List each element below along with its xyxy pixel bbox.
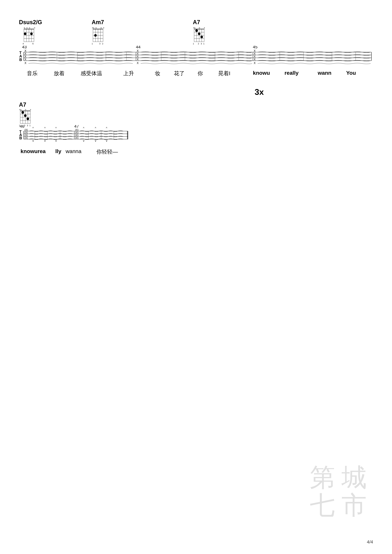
- svg-point-49: [195, 29, 198, 32]
- lyric-fangzhe: 放着: [54, 70, 64, 77]
- svg-text:47: 47: [74, 125, 79, 129]
- chord-name-a7-s1: A7: [193, 19, 200, 26]
- svg-text:X: X: [24, 52, 26, 55]
- svg-text:X: X: [24, 58, 26, 61]
- svg-text:44: 44: [136, 46, 140, 49]
- svg-text:o: o: [26, 27, 28, 29]
- svg-text:45: 45: [253, 46, 258, 49]
- svg-text:43: 43: [22, 46, 27, 49]
- svg-point-15: [30, 33, 33, 35]
- lyric-huale: 花了: [174, 70, 185, 77]
- svg-text:X: X: [137, 49, 139, 52]
- lyric-shangsheng: 上升: [123, 70, 134, 77]
- svg-text:1: 1: [193, 42, 194, 45]
- svg-text:X: X: [24, 55, 26, 58]
- chord-grid-dsus2g: o o o o 4: [23, 26, 38, 45]
- svg-text:X: X: [137, 58, 139, 61]
- svg-text:(X): (X): [75, 131, 78, 134]
- svg-text:(X): (X): [75, 137, 78, 139]
- lyric-huangzhe-i: 晃着I: [218, 70, 230, 77]
- watermark-line1: 第 城: [310, 464, 367, 492]
- svg-text:x: x: [30, 108, 31, 111]
- svg-text:^: ^: [55, 126, 57, 130]
- svg-point-51: [200, 36, 203, 38]
- svg-text:2: 2: [198, 42, 199, 45]
- svg-text:^: ^: [44, 126, 46, 130]
- svg-text:X: X: [137, 55, 139, 58]
- svg-text:1: 1: [203, 42, 204, 45]
- svg-text:^: ^: [106, 126, 107, 130]
- svg-text:^: ^: [83, 126, 84, 130]
- svg-text:(X): (X): [24, 137, 28, 139]
- svg-text:^: ^: [95, 126, 96, 130]
- watermark-line2: 七 市: [310, 492, 367, 519]
- svg-text:46: 46: [20, 125, 24, 129]
- svg-text:o: o: [24, 27, 25, 29]
- watermark: 第 城 七 市: [310, 464, 367, 519]
- lyrics-section-2: knowurea lly wanna 你轻轻—: [19, 148, 130, 158]
- lyric-ganshou: 感受体温: [81, 70, 102, 77]
- lyric-lly: lly: [55, 148, 61, 154]
- svg-text:xo: xo: [19, 108, 21, 111]
- tab-staff-svg-1: 43 44 45 T A B X X X X: [19, 46, 373, 68]
- lyric-ni: 你: [198, 70, 203, 77]
- lyric-wann: wann: [318, 70, 331, 76]
- svg-text:X: X: [137, 52, 139, 55]
- svg-text:X: X: [24, 49, 26, 52]
- svg-text:X: X: [254, 52, 256, 55]
- svg-text:X: X: [24, 62, 26, 65]
- svg-text:6: 6: [32, 42, 34, 45]
- svg-point-111: [24, 114, 27, 117]
- lyric-really: really: [285, 70, 299, 76]
- lyric-yinyue: 音乐: [27, 70, 38, 77]
- svg-text:X: X: [254, 62, 256, 65]
- chord-a7-section1: A7 xo o x 1 2: [193, 19, 210, 45]
- svg-text:1: 1: [92, 42, 93, 45]
- svg-text:X: X: [254, 55, 256, 58]
- svg-point-112: [27, 118, 29, 120]
- svg-text:(X): (X): [24, 131, 28, 134]
- chord-grid-am7: xo o o o 1 3 2: [92, 26, 107, 45]
- svg-text:v: v: [32, 139, 34, 142]
- tab-section-2: 46 47 T A B (X) (X) (X): [19, 125, 373, 146]
- svg-text:xo: xo: [193, 27, 195, 29]
- svg-text:B: B: [19, 136, 22, 140]
- chord-grid-a7-s1: xo o x 1 2 3 1: [193, 26, 210, 45]
- chord-dsus2g: Dsus2/G o o o o: [19, 19, 42, 45]
- chord-grid-a7-s2: xo o x: [19, 108, 36, 128]
- lyric-you: You: [346, 70, 356, 76]
- svg-text:o: o: [29, 27, 30, 29]
- svg-text:o: o: [34, 27, 35, 29]
- lyric-knowu-1: knowu: [253, 70, 270, 76]
- svg-text:o: o: [25, 108, 26, 111]
- chord-section-2: A7 xo o x: [19, 101, 373, 125]
- svg-point-32: [94, 34, 97, 37]
- svg-text:o: o: [96, 27, 97, 29]
- svg-text:X: X: [254, 49, 256, 52]
- lyrics-section-1: 音乐 放着 感受体温 上升 妆 花了 你 晃着I knowu really wa…: [19, 70, 373, 79]
- lyric-wanna-2: wanna: [66, 148, 81, 154]
- svg-text:(X): (X): [24, 129, 28, 131]
- section-2: A7 xo o x: [19, 101, 373, 158]
- svg-text:(X): (X): [75, 134, 78, 137]
- svg-text:X: X: [254, 58, 256, 61]
- page: Dsus2/G o o o o: [0, 0, 392, 554]
- svg-text:3: 3: [99, 42, 100, 45]
- svg-text:4: 4: [23, 42, 24, 45]
- lyric-knowureally-wanna: knowurea: [21, 148, 46, 154]
- chord-name-dsus2g: Dsus2/G: [19, 19, 42, 26]
- svg-text:o: o: [199, 27, 200, 29]
- chord-am7: Am7 xo o o o 1 3 2: [92, 19, 107, 45]
- page-number: 4/4: [367, 540, 373, 545]
- repeat-marker: 3x: [145, 87, 373, 97]
- lyric-ni-qingqing: 你轻轻—: [96, 148, 118, 155]
- chord-name-am7: Am7: [92, 19, 104, 26]
- svg-text:^: ^: [32, 126, 34, 130]
- svg-text:o: o: [103, 27, 104, 29]
- svg-point-50: [198, 33, 200, 35]
- svg-text:x: x: [204, 27, 205, 29]
- svg-text:(X): (X): [24, 134, 28, 137]
- chord-name-a7-s2: A7: [19, 101, 36, 108]
- svg-text:v: v: [83, 139, 84, 142]
- svg-text:o: o: [100, 27, 102, 29]
